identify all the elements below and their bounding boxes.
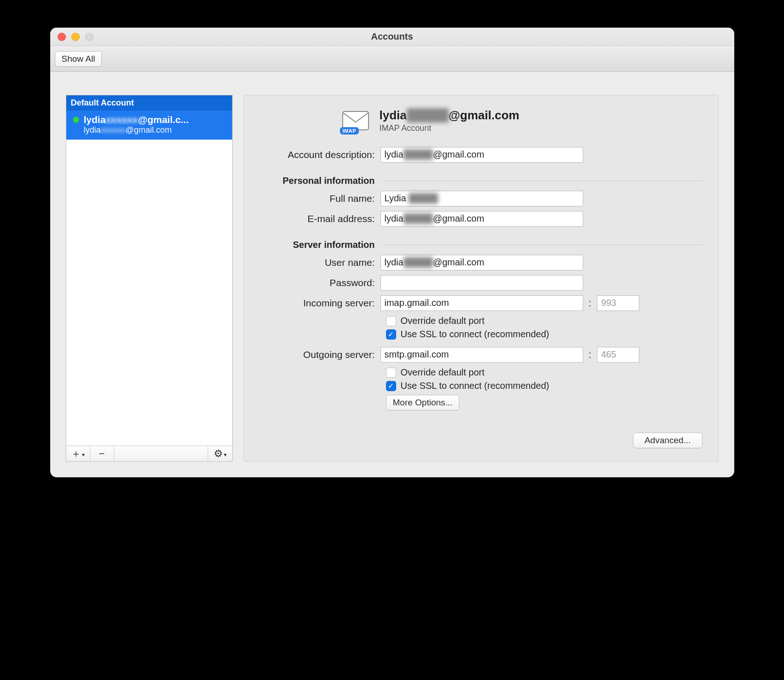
outgoing-use-ssl-checkbox[interactable]: ✓ [386, 381, 396, 391]
incoming-use-ssl-label: Use SSL to connect (recommended) [401, 329, 550, 340]
account-detail-panel: IMAP lydiaxxxxxx@gmail.com IMAP Account … [244, 95, 719, 462]
account-header: IMAP lydiaxxxxxx@gmail.com IMAP Account [341, 108, 702, 133]
incoming-server-field[interactable]: imap.gmail.com [380, 295, 583, 311]
incoming-server-label: Incoming server: [258, 298, 380, 309]
show-all-button[interactable]: Show All [55, 51, 102, 67]
account-display-name: lydiaxxxxxx@gmail.c... [84, 114, 189, 125]
incoming-use-ssl-checkbox[interactable]: ✓ [386, 329, 396, 340]
more-options-button[interactable]: More Options... [386, 395, 460, 410]
sidebar-settings-button[interactable]: ⚙▾ [208, 446, 232, 461]
password-label: Password: [258, 277, 380, 288]
email-field[interactable]: lydiaxxxxxx@gmail.com [380, 211, 583, 227]
account-description-label: Account description: [258, 149, 380, 160]
gear-icon: ⚙ [214, 448, 223, 460]
envelope-icon: IMAP [341, 109, 370, 133]
sidebar-footer: ＋▾ − ⚙▾ [66, 446, 232, 461]
port-separator: : [589, 349, 591, 361]
account-subtitle: lydiaxxxxxx@gmail.com [73, 125, 228, 135]
port-separator: : [589, 297, 591, 309]
account-description-field[interactable]: lydiaxxxxxx@gmail.com [380, 147, 583, 163]
email-label: E-mail address: [258, 213, 380, 224]
outgoing-override-port-checkbox[interactable] [386, 368, 396, 378]
full-name-label: Full name: [258, 193, 380, 204]
account-status-dot [73, 117, 79, 123]
window-title: Accounts [50, 31, 734, 42]
account-header-subtitle: IMAP Account [380, 123, 520, 133]
titlebar: Accounts [50, 28, 734, 46]
personal-info-heading: Personal information [258, 176, 380, 186]
outgoing-server-label: Outgoing server: [258, 349, 380, 360]
password-field[interactable] [380, 275, 583, 291]
advanced-button[interactable]: Advanced... [633, 433, 702, 448]
outgoing-server-field[interactable]: smtp.gmail.com [380, 347, 583, 363]
sidebar-empty-area [66, 140, 232, 446]
full-name-field[interactable]: Lydia xxxxxx [380, 191, 583, 206]
outgoing-port-field[interactable]: 465 [597, 347, 639, 363]
imap-badge: IMAP [340, 127, 359, 135]
sidebar-account-item[interactable]: lydiaxxxxxx@gmail.c... lydiaxxxxxx@gmail… [66, 111, 232, 140]
user-name-field[interactable]: lydiaxxxxxx@gmail.com [380, 255, 583, 270]
sidebar-group-header: Default Account [66, 95, 232, 111]
incoming-override-port-label: Override default port [401, 316, 485, 326]
incoming-override-port-checkbox[interactable] [386, 316, 396, 326]
account-header-title: lydiaxxxxxx@gmail.com [380, 108, 520, 123]
sidebar-footer-spacer [114, 446, 208, 461]
add-account-button[interactable]: ＋▾ [66, 446, 90, 461]
toolbar: Show All [50, 46, 734, 72]
remove-account-button[interactable]: − [90, 446, 114, 461]
divider [384, 181, 702, 181]
content-area: Default Account lydiaxxxxxx@gmail.c... l… [50, 72, 734, 477]
server-info-heading: Server information [258, 240, 380, 250]
accounts-window: Accounts Show All Default Account lydiax… [50, 28, 734, 477]
account-sidebar: Default Account lydiaxxxxxx@gmail.c... l… [66, 95, 233, 462]
user-name-label: User name: [258, 257, 380, 268]
outgoing-override-port-label: Override default port [401, 367, 485, 378]
incoming-port-field[interactable]: 993 [597, 295, 639, 311]
outgoing-use-ssl-label: Use SSL to connect (recommended) [401, 381, 550, 391]
divider [384, 245, 702, 245]
